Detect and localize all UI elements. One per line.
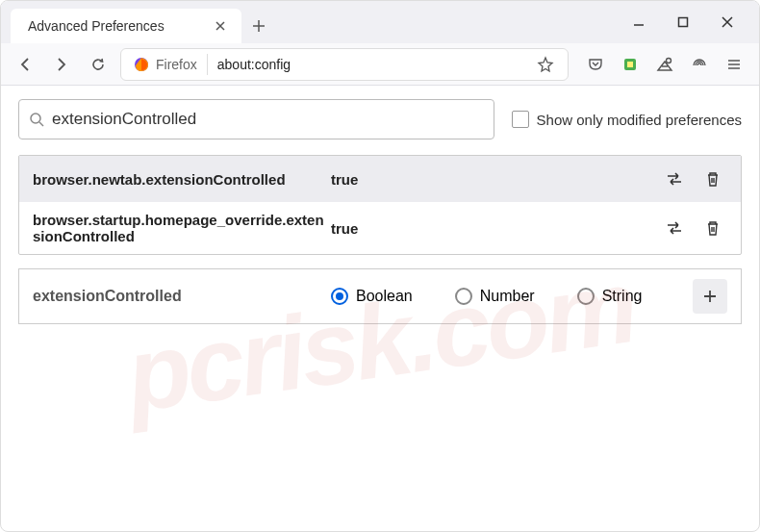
new-tab-button[interactable] (241, 19, 276, 33)
svg-rect-3 (627, 62, 633, 67)
svg-rect-0 (679, 18, 688, 27)
radio-icon (577, 288, 595, 305)
preference-table: browser.newtab.extensionControlled true … (18, 155, 742, 255)
protection-icon[interactable] (690, 55, 709, 74)
toggle-icon[interactable] (664, 168, 685, 190)
checkbox-icon (512, 111, 529, 128)
url-bar[interactable]: Firefox about:config (120, 48, 569, 81)
svg-point-5 (31, 114, 40, 123)
window-controls (630, 13, 759, 31)
delete-icon[interactable] (702, 168, 723, 190)
search-input[interactable] (52, 110, 484, 129)
toolbar-actions (576, 55, 749, 74)
tab-title: Advanced Preferences (28, 18, 213, 34)
radio-icon (455, 288, 472, 305)
account-icon[interactable] (655, 55, 674, 74)
close-tab-icon[interactable] (213, 18, 228, 34)
reload-button[interactable] (84, 50, 113, 79)
new-preference-name: extensionControlled (33, 288, 331, 305)
identity-box[interactable]: Firefox (129, 54, 208, 75)
type-options: Boolean Number String (331, 288, 693, 305)
bookmark-star-icon[interactable] (531, 56, 560, 73)
preference-value: true (331, 171, 664, 188)
radio-label: Boolean (356, 288, 413, 305)
search-icon (29, 112, 44, 127)
radio-string[interactable]: String (577, 288, 643, 305)
preference-value: true (331, 220, 664, 237)
menu-button[interactable] (724, 55, 744, 74)
firefox-logo-icon (133, 56, 150, 73)
browser-window: Advanced Preferences (0, 0, 760, 532)
new-preference-row: extensionControlled Boolean Number Strin… (18, 268, 742, 324)
back-button[interactable] (11, 50, 39, 79)
svg-point-4 (667, 58, 671, 63)
close-window-button[interactable] (719, 13, 736, 31)
show-modified-checkbox[interactable]: Show only modified preferences (512, 111, 742, 128)
add-button[interactable] (693, 279, 727, 314)
titlebar: Advanced Preferences (1, 1, 759, 43)
delete-icon[interactable] (702, 217, 723, 239)
radio-label: Number (480, 288, 535, 305)
preference-row: browser.newtab.extensionControlled true (19, 156, 741, 202)
preference-name: browser.newtab.extensionControlled (33, 171, 331, 188)
identity-label: Firefox (156, 57, 197, 72)
url-text: about:config (217, 57, 531, 72)
radio-icon (331, 288, 348, 305)
maximize-button[interactable] (674, 13, 692, 31)
radio-label: String (602, 288, 643, 305)
tab-active[interactable]: Advanced Preferences (11, 9, 241, 43)
radio-number[interactable]: Number (455, 288, 535, 305)
content-area: Show only modified preferences browser.n… (1, 86, 759, 338)
preference-name: browser.startup.homepage_override.extens… (33, 212, 331, 244)
extension-icon[interactable] (621, 55, 640, 74)
nav-toolbar: Firefox about:config (1, 43, 759, 86)
forward-button[interactable] (47, 50, 76, 79)
preference-row: browser.startup.homepage_override.extens… (19, 202, 741, 254)
checkbox-label: Show only modified preferences (537, 112, 742, 128)
toggle-icon[interactable] (664, 217, 685, 239)
radio-boolean[interactable]: Boolean (331, 288, 413, 305)
pocket-icon[interactable] (586, 55, 605, 74)
search-row: Show only modified preferences (18, 99, 742, 139)
minimize-button[interactable] (630, 13, 647, 31)
search-box[interactable] (18, 99, 494, 139)
